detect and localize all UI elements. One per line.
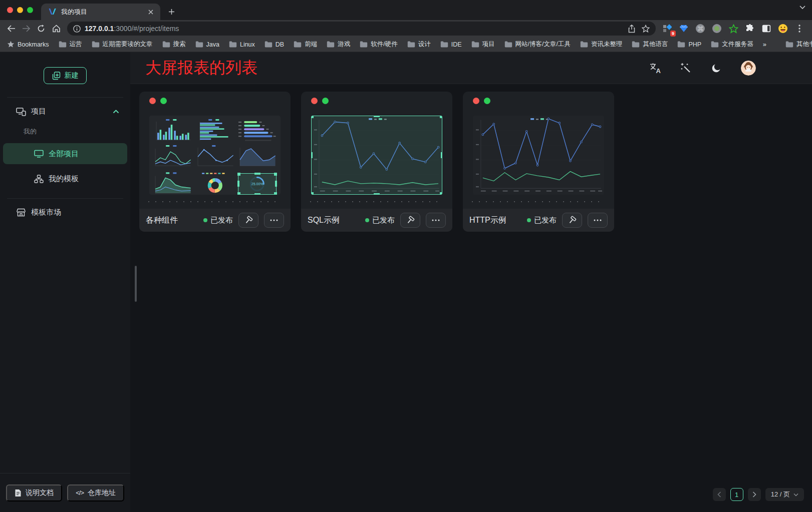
bookmark-folder[interactable]: Linux	[229, 41, 255, 48]
user-avatar[interactable]	[741, 61, 756, 76]
more-actions-button[interactable]	[264, 213, 284, 228]
chevron-up-icon[interactable]	[113, 110, 119, 114]
tab-search-icon[interactable]	[799, 5, 806, 10]
dotted-divider	[310, 201, 443, 202]
page-number[interactable]: 1	[730, 488, 743, 501]
preview-area-chart-green	[152, 171, 193, 195]
more-actions-button[interactable]	[426, 213, 446, 228]
emoji-face-icon[interactable]	[776, 22, 789, 35]
translate-icon[interactable]: A	[649, 62, 661, 74]
home-icon[interactable]	[49, 22, 63, 36]
hammer-icon	[568, 216, 577, 225]
ellipsis-icon	[432, 219, 440, 221]
bookmark-folder[interactable]: 前端	[294, 40, 317, 49]
green-star-icon[interactable]	[727, 22, 740, 35]
selection-box: 25.00%	[238, 173, 277, 195]
bookmark-folder[interactable]: 网站/博客/文章/工具	[504, 40, 571, 49]
browser-tab[interactable]: 我的项目	[41, 4, 160, 20]
folder-icon	[711, 41, 719, 48]
url-bar[interactable]: 127.0.0.1:3000/#/project/items	[67, 22, 656, 36]
maximize-window-button[interactable]	[27, 7, 33, 13]
close-window-button[interactable]	[7, 7, 13, 13]
back-icon[interactable]	[4, 22, 18, 36]
edit-project-button[interactable]	[238, 213, 258, 228]
record-circle-icon[interactable]	[710, 22, 723, 35]
bookmark-folder[interactable]: 资讯未整理	[580, 40, 623, 49]
other-bookmarks[interactable]: 其他书签	[785, 40, 812, 49]
bookmarks-overflow-chevron[interactable]: »	[763, 41, 766, 48]
sidebar-item-all-projects[interactable]: 全部项目	[3, 143, 127, 164]
project-list: 25.00% 各种组件 已发布	[130, 84, 812, 512]
chevron-right-icon	[752, 491, 756, 497]
sidebar-item-my-templates[interactable]: 我的模板	[3, 168, 127, 189]
folder-icon	[92, 41, 100, 48]
goview-app: 新建 项目 我的 全部项目 我的模板 模板市场 说明文档	[0, 52, 812, 512]
folder-icon	[440, 41, 448, 48]
extension-grid-icon[interactable]: 9	[661, 22, 674, 35]
status-dot	[203, 218, 207, 222]
bookmark-star-icon[interactable]	[639, 22, 653, 36]
prev-page-button[interactable]	[713, 488, 726, 501]
bookmark-folder[interactable]: 运营	[59, 40, 82, 49]
gem-icon[interactable]	[677, 22, 690, 35]
site-info-icon[interactable]	[73, 25, 81, 33]
bookmark-item[interactable]: Bookmarks	[7, 41, 49, 48]
project-card[interactable]: 25.00% 各种组件 已发布	[139, 92, 291, 232]
next-page-button[interactable]	[748, 488, 761, 501]
project-card[interactable]: SQL示例 已发布	[301, 92, 452, 232]
selection-box	[311, 116, 442, 195]
bookmark-folder[interactable]: 其他语言	[632, 40, 668, 49]
more-actions-button[interactable]	[588, 213, 608, 228]
preview-hbar-chart	[195, 119, 235, 143]
magic-wand-icon[interactable]	[680, 62, 692, 74]
edit-project-button[interactable]	[400, 213, 420, 228]
bookmark-folder[interactable]: 近期需要读的文章	[92, 40, 153, 49]
bookmark-folder[interactable]: 搜索	[162, 40, 186, 49]
docs-button[interactable]: 说明文档	[6, 484, 62, 501]
folder-icon	[264, 41, 273, 48]
bookmark-folder[interactable]: 文件服务器	[711, 40, 753, 49]
sidebar: 新建 项目 我的 全部项目 我的模板 模板市场 说明文档	[0, 52, 130, 512]
extensions-row: 9 ⌘	[661, 22, 808, 35]
bookmark-folder[interactable]: DB	[264, 41, 284, 48]
new-tab-button[interactable]	[164, 5, 178, 19]
project-card[interactable]: HTTP示例 已发布	[463, 92, 614, 232]
tab-close-icon[interactable]	[146, 8, 155, 17]
share-icon[interactable]	[625, 22, 639, 36]
document-icon	[15, 489, 22, 497]
forward-icon[interactable]	[19, 22, 33, 36]
project-name: HTTP示例	[469, 215, 506, 226]
bookmark-folder[interactable]: 游戏	[327, 40, 350, 49]
sidebar-item-template-market[interactable]: 模板市场	[0, 199, 130, 220]
edit-project-button[interactable]	[562, 213, 582, 228]
svg-text:A: A	[656, 67, 661, 74]
folder-icon	[229, 41, 237, 48]
bookmark-folder[interactable]: PHP	[677, 41, 701, 48]
card-footer: 各种组件 已发布	[139, 209, 291, 232]
sidebar-owner-label: 我的	[0, 119, 130, 139]
new-project-button[interactable]: 新建	[44, 67, 87, 84]
bookmark-folder[interactable]: 设计	[407, 40, 431, 49]
bookmark-folder[interactable]: Java	[195, 41, 219, 48]
command-circle-icon[interactable]: ⌘	[694, 22, 707, 35]
bookmark-folder[interactable]: 项目	[471, 40, 495, 49]
project-name: 各种组件	[146, 215, 178, 226]
browser-menu-icon[interactable]	[793, 22, 806, 35]
template-flow-icon	[34, 175, 44, 183]
folder-icon	[59, 41, 67, 48]
minimize-window-button[interactable]	[17, 7, 23, 13]
side-panel-icon[interactable]	[760, 22, 773, 35]
repo-button[interactable]: </> 仓库地址	[67, 484, 124, 501]
extensions-puzzle-icon[interactable]	[743, 22, 756, 35]
page-size-select[interactable]: 12 / 页	[765, 488, 804, 501]
reload-icon[interactable]	[34, 22, 48, 36]
folder-icon	[162, 41, 170, 48]
sidebar-group-projects[interactable]: 项目	[0, 98, 130, 119]
status-dot	[365, 218, 369, 222]
dark-mode-moon-icon[interactable]	[710, 62, 722, 74]
bookmarks-bar: Bookmarks 运营 近期需要读的文章 搜索 Java Linux DB 前…	[0, 37, 812, 52]
bookmark-folder[interactable]: 软件/硬件	[360, 40, 397, 49]
bookmark-folder[interactable]: IDE	[440, 41, 462, 48]
scrollbar-thumb[interactable]	[135, 266, 137, 302]
hammer-icon	[244, 216, 253, 225]
